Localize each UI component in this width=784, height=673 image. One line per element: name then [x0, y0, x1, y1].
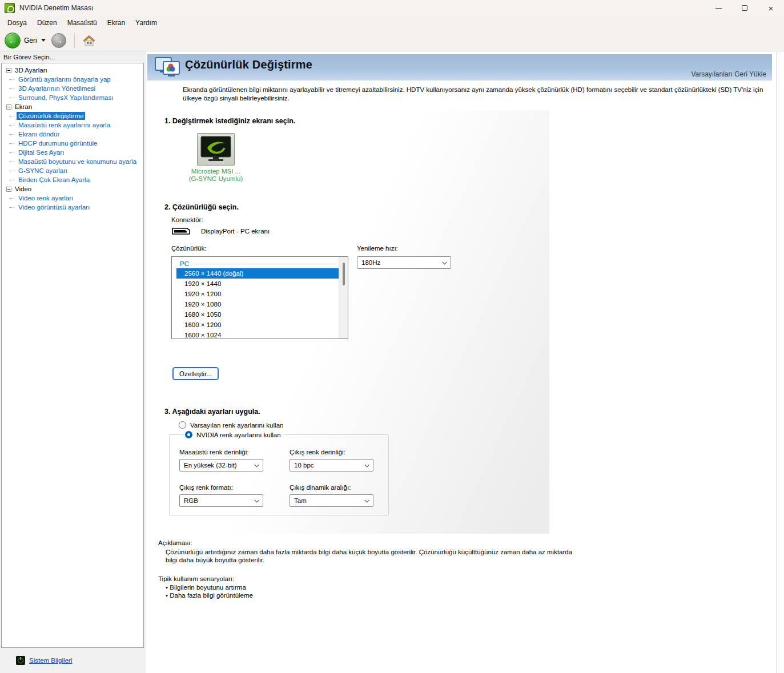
display-caption[interactable]: Microstep MSI ... (G-SYNC Uyumlu) [160, 168, 272, 183]
titlebar: NVIDIA Denetim Masası × [0, 0, 784, 16]
description-text: Çözünürlüğü artırdığınız zaman daha fazl… [166, 548, 576, 564]
chevron-down-icon [254, 462, 259, 467]
restore-defaults-link[interactable]: Varsayılanları Geri Yükle [691, 70, 766, 78]
chevron-down-icon [254, 498, 259, 502]
refresh-rate-label: Yenileme hızı: [357, 245, 398, 252]
nvidia-app-icon [5, 3, 15, 13]
usage-item: Daha fazla bilgi görüntüleme [166, 592, 253, 600]
menu-yardim[interactable]: Yardım [130, 17, 162, 29]
collapse-icon[interactable] [6, 104, 11, 110]
collapse-icon[interactable] [6, 187, 11, 192]
system-info-icon [16, 656, 25, 665]
sidebar: Bir Görev Seçin... 3D Ayarları Görüntü a… [0, 51, 146, 673]
resolution-option[interactable]: 1600 × 1200 [176, 320, 339, 330]
content-right-border [777, 51, 777, 673]
output-range-select[interactable]: Tam [290, 494, 373, 507]
tree-group-3d[interactable]: 3D Ayarları [2, 66, 143, 75]
display-monitor-icon [199, 135, 232, 163]
close-icon: × [769, 4, 774, 13]
menu-dosya[interactable]: Dosya [2, 17, 32, 29]
output-range-label: Çıkış dinamik aralığı: [290, 484, 381, 491]
tree-item[interactable]: Masaüstü renk ayarlarını ayarla [2, 120, 143, 130]
display-tile[interactable] [197, 133, 235, 166]
nvidia-control-panel-window: NVIDIA Denetim Masası × Dosya Düzen Masa… [0, 0, 784, 673]
displayport-icon [171, 227, 191, 235]
toolbar: ← Geri → [0, 30, 784, 51]
page-description: Ekranda görüntülenen bilgi miktarını aya… [183, 86, 771, 103]
tree-item[interactable]: 3D Ayarlarının Yönetilmesi [2, 84, 143, 93]
tree-item[interactable]: Birden Çok Ekran Ayarla [2, 175, 143, 184]
page-title: Çözünürlük Değiştirme [185, 58, 312, 71]
resolution-option[interactable]: 1680 × 1050 [176, 309, 339, 320]
chevron-down-icon [364, 498, 369, 502]
tree-group-video[interactable]: Video [2, 184, 143, 194]
forward-button[interactable]: → [51, 33, 66, 48]
customize-button[interactable]: Özelleştir... [172, 367, 219, 380]
resolution-option[interactable]: 1600 × 1024 [176, 330, 339, 340]
main-content: Çözünürlük Değiştirme Varsayılanları Ger… [146, 51, 784, 673]
chevron-down-icon [364, 462, 369, 467]
radio-on-icon [185, 431, 192, 438]
tree-item[interactable]: Surround, PhysX Yapılandırması [2, 93, 143, 102]
usage-scenarios-list: Bilgilerin boyutunu artırma Daha fazla b… [166, 584, 253, 599]
tree-item[interactable]: Video renk ayarları [2, 194, 143, 203]
resolution-option[interactable]: 1920 × 1080 [176, 299, 339, 309]
task-tree: 3D Ayarları Görüntü ayarlarını önayarla … [1, 63, 144, 648]
minimize-button[interactable] [705, 0, 731, 16]
minimize-icon [715, 8, 722, 9]
window-title: NVIDIA Denetim Masası [19, 4, 93, 12]
usage-scenarios-label: Tipik kullanım senaryoları: [158, 575, 234, 582]
tree-item[interactable]: Ekranı döndür [2, 130, 143, 139]
nvidia-color-radio[interactable]: NVIDIA renk ayarlarını kullan [184, 431, 284, 438]
resolution-option-selected[interactable]: 2560 × 1440 (doğal) [176, 268, 339, 279]
desktop-depth-label: Masaüstü renk derinliği: [179, 449, 290, 456]
desktop-depth-select[interactable]: En yüksek (32-bit) [179, 459, 263, 471]
maximize-button[interactable] [731, 0, 758, 16]
output-depth-select[interactable]: 10 bpc [290, 459, 373, 471]
connector-label: Konnektör: [171, 216, 203, 223]
menu-ekran[interactable]: Ekran [102, 17, 130, 29]
listbox-scrollbar[interactable] [339, 257, 348, 338]
nvidia-color-settings-group: NVIDIA renk ayarlarını kullan Masaüstü r… [169, 431, 389, 515]
connector-value: DisplayPort - PC ekranı [201, 228, 270, 235]
maximize-icon [742, 5, 747, 11]
menu-duzen[interactable]: Düzen [32, 17, 62, 29]
toolbar-separator [74, 33, 75, 48]
system-info-link[interactable]: Sistem Bilgileri [16, 656, 72, 665]
menu-masaustu[interactable]: Masaüstü [62, 17, 102, 29]
change-resolution-icon [154, 57, 182, 78]
radio-off-icon [179, 421, 186, 429]
refresh-rate-select[interactable]: 180Hz [357, 256, 451, 269]
tree-item[interactable]: Video görüntüsü ayarları [2, 203, 143, 212]
step2-heading: 2. Çözünürlüğü seçin. [164, 203, 239, 211]
tree-item[interactable]: G-SYNC ayarları [2, 166, 143, 175]
scrollbar-thumb[interactable] [343, 263, 345, 285]
default-color-radio[interactable]: Varsayılan renk ayarlarını kullan [179, 421, 283, 429]
home-button[interactable] [82, 34, 97, 47]
tree-item-selected[interactable]: Çözünürlük değiştirme [2, 111, 143, 120]
back-arrow-icon: ← [5, 33, 21, 49]
collapse-icon[interactable] [6, 68, 11, 73]
step1-heading: 1. Değiştirmek istediğiniz ekranı seçin. [164, 117, 295, 125]
resolution-option[interactable]: 1920 × 1440 [176, 279, 339, 289]
tree-item[interactable]: HDCP durumunu görüntüle [2, 139, 143, 148]
output-format-select[interactable]: RGB [179, 494, 263, 507]
tree-item[interactable]: Masaüstü boyutunu ve konumunu ayarla [2, 157, 143, 166]
connector-row: DisplayPort - PC ekranı [171, 227, 270, 235]
back-button[interactable]: ← Geri [5, 33, 48, 49]
step3-heading: 3. Aşağıdaki ayarları uygula. [164, 408, 260, 416]
tree-group-ekran[interactable]: Ekran [2, 102, 143, 111]
description-label: Açıklaması: [158, 539, 192, 546]
resolution-option[interactable]: 1920 × 1200 [176, 289, 339, 299]
tree-item[interactable]: Görüntü ayarlarını önayarla yap [2, 75, 143, 84]
chevron-down-icon [442, 260, 447, 264]
back-dropdown-caret-icon[interactable] [41, 39, 46, 42]
home-icon [83, 35, 95, 46]
tree-item[interactable]: Dijital Ses Ayarı [2, 148, 143, 157]
output-format-label: Çıkış renk formatı: [179, 484, 290, 491]
usage-item: Bilgilerin boyutunu artırma [166, 584, 253, 592]
resolution-listbox[interactable]: PC 2560 × 1440 (doğal) 1920 × 1440 1920 … [171, 256, 348, 339]
sidebar-header: Bir Görev Seçin... [3, 54, 55, 61]
close-button[interactable]: × [758, 0, 784, 16]
menubar: Dosya Düzen Masaüstü Ekran Yardım [0, 16, 784, 30]
